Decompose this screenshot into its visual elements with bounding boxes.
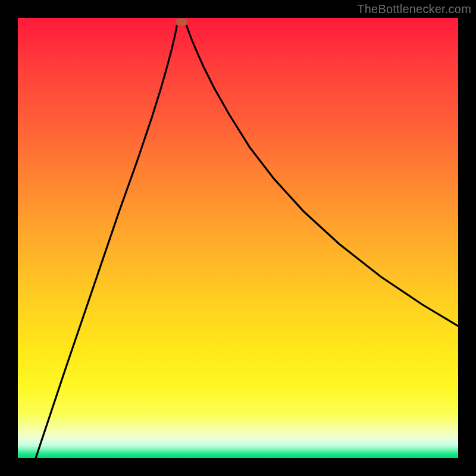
- attribution-text: TheBottlenecker.com: [357, 2, 471, 16]
- curve-layer: [18, 18, 458, 458]
- minimum-marker: [175, 18, 188, 26]
- curve-right-branch: [186, 23, 458, 326]
- chart-frame: TheBottlenecker.com: [0, 0, 476, 476]
- plot-area: [18, 18, 458, 458]
- curve-left-branch: [36, 23, 177, 458]
